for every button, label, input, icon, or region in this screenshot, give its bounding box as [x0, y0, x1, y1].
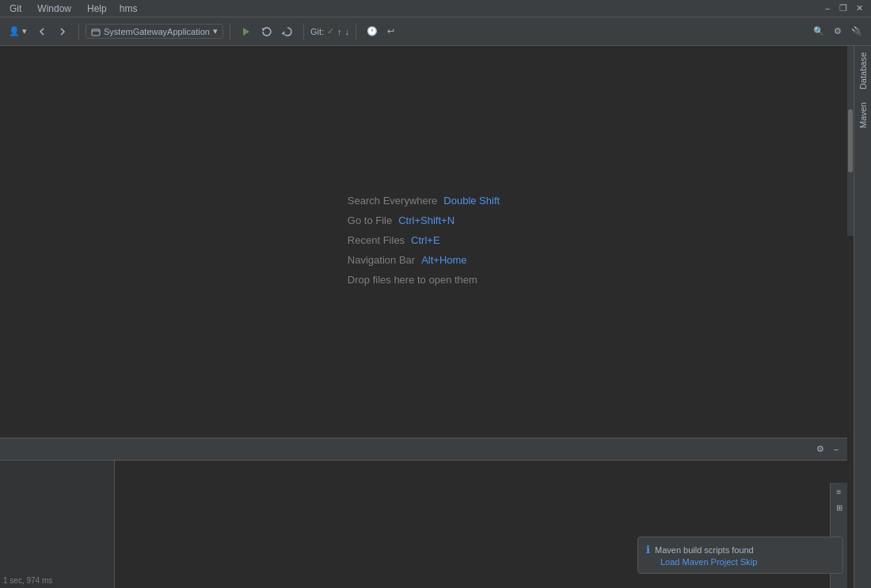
bottom-left-panel: 1 sec, 974 ms [0, 461, 115, 588]
navigation-bar-shortcut: Alt+Home [421, 254, 466, 266]
toolbar-separator-1 [78, 24, 79, 40]
info-icon: ℹ [646, 544, 650, 556]
bp-side-btn-1[interactable]: ≡ [832, 484, 846, 499]
minimize-button[interactable]: − [822, 3, 833, 14]
reload-icon [261, 26, 272, 37]
hint-recent-files: Recent Files Ctrl+E [348, 234, 500, 246]
scrollbar-thumb[interactable] [848, 109, 853, 173]
git-arrow-down-icon[interactable]: ↓ [345, 27, 350, 36]
main-editor-area: Search Everywhere Double Shift Go to Fil… [0, 46, 847, 434]
toolbar-separator-3 [303, 24, 304, 40]
search-button[interactable]: 🔍 [809, 22, 828, 41]
undo-button[interactable]: ↩ [383, 22, 398, 41]
git-check-icon: ✓ [327, 26, 334, 36]
toolbar-separator-2 [230, 24, 230, 40]
window-controls: − ❐ ✕ [822, 3, 865, 14]
recent-files-shortcut: Ctrl+E [411, 234, 439, 246]
restore-button[interactable]: ❐ [838, 3, 849, 14]
dropdown-arrow: ▾ [22, 26, 27, 36]
toolbar-left: 👤 ▾ [5, 22, 72, 41]
maven-notification-header: ℹ Maven build scripts found [646, 544, 835, 556]
git-arrow-up-icon[interactable]: ↑ [337, 27, 342, 36]
goto-file-label: Go to File [348, 214, 392, 226]
git-status: Git: ✓ ↑ ↓ [310, 26, 349, 36]
project-label: SystemGatewayApplication [104, 27, 210, 36]
run-icon [241, 26, 252, 37]
app-title: hms [120, 3, 138, 14]
bottom-panel-minimize[interactable]: − [830, 443, 842, 456]
bottom-panel-controls: ⚙ − [814, 443, 842, 456]
reload-button[interactable] [257, 22, 276, 41]
menu-help[interactable]: Help [84, 2, 110, 16]
hint-drop-files: Drop files here to open them [348, 274, 500, 286]
toolbar-right: 🔍 ⚙ 🔌 [809, 22, 866, 41]
hint-navigation-bar: Navigation Bar Alt+Home [348, 254, 500, 266]
title-bar: Git Window Help hms − ❐ ✕ [0, 0, 871, 17]
forward-arrow-icon [57, 26, 68, 37]
rerun-button[interactable] [278, 22, 297, 41]
rerun-icon [282, 26, 293, 37]
history-button[interactable]: 🕐 [363, 22, 382, 41]
bp-side-btn-2[interactable]: ⊞ [832, 500, 846, 514]
bottom-panel-settings[interactable]: ⚙ [814, 443, 827, 456]
title-bar-menu: Git Window Help [6, 2, 110, 16]
toolbar-actions: 🕐 ↩ [363, 22, 398, 41]
project-dropdown-arrow: ▾ [213, 26, 218, 36]
back-arrow-icon [36, 26, 48, 37]
project-selector[interactable]: SystemGatewayApplication ▾ [86, 24, 223, 39]
bottom-panel-header: ⚙ − [0, 438, 847, 461]
svg-rect-0 [92, 29, 100, 36]
svg-marker-1 [243, 28, 249, 36]
toolbar-separator-4 [356, 24, 356, 40]
hint-search-everywhere: Search Everywhere Double Shift [348, 195, 500, 207]
maven-notification-link[interactable]: Load Maven Project Skip [646, 557, 835, 567]
search-everywhere-shortcut: Double Shift [443, 195, 500, 207]
nav-back-button[interactable] [32, 22, 51, 41]
settings-button[interactable]: ⚙ [830, 22, 846, 41]
menu-git[interactable]: Git [6, 2, 25, 16]
run-button[interactable] [237, 22, 256, 41]
maven-notification-title-text: Maven build scripts found [655, 545, 754, 555]
goto-file-shortcut: Ctrl+Shift+N [398, 214, 455, 226]
recent-files-label: Recent Files [348, 234, 405, 246]
title-bar-left: Git Window Help hms [6, 2, 137, 16]
run-controls [237, 22, 297, 41]
navigation-bar-label: Navigation Bar [348, 254, 415, 266]
hint-panel: Search Everywhere Double Shift Go to Fil… [348, 195, 500, 286]
menu-window[interactable]: Window [34, 2, 74, 16]
project-icon [91, 27, 101, 36]
time-label: 1 sec, 974 ms [3, 576, 111, 585]
hint-goto-file: Go to File Ctrl+Shift+N [348, 214, 500, 226]
drop-files-label: Drop files here to open them [348, 274, 477, 286]
user-icon: 👤 [9, 26, 20, 36]
search-everywhere-label: Search Everywhere [348, 195, 437, 207]
plugin-button[interactable]: 🔌 [847, 22, 866, 41]
sidebar-tab-maven[interactable]: Maven [856, 96, 870, 135]
toolbar: 👤 ▾ SystemGatewayApplication ▾ Git [0, 17, 871, 46]
close-button[interactable]: ✕ [854, 3, 865, 14]
git-label: Git: [310, 27, 324, 36]
sidebar-tab-database[interactable]: Database [856, 46, 870, 96]
right-sidebar: Database Maven [854, 46, 871, 588]
user-button[interactable]: 👤 ▾ [5, 22, 31, 41]
nav-forward-button[interactable] [53, 22, 72, 41]
right-scrollbar[interactable] [847, 46, 854, 236]
maven-notification: ℹ Maven build scripts found Load Maven P… [637, 537, 843, 574]
